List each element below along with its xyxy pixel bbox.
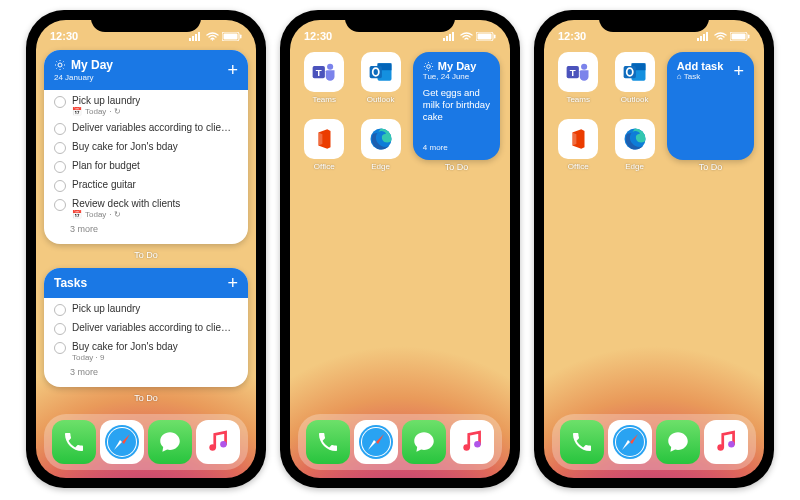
- svg-point-14: [220, 441, 227, 448]
- widget-caption: To Do: [413, 162, 500, 172]
- svg-point-47: [581, 64, 587, 70]
- svg-rect-21: [494, 34, 496, 38]
- checkbox-icon[interactable]: [54, 323, 66, 335]
- svg-rect-18: [452, 32, 454, 41]
- add-task-icon[interactable]: +: [227, 61, 238, 79]
- phone-mockup-small-widget-myday: 12:30 TTeams Outlook Office Edge: [280, 10, 520, 488]
- task-title: Plan for budget: [72, 160, 238, 171]
- task-item[interactable]: Buy cake for Jon's bday: [44, 138, 248, 157]
- task-item[interactable]: Pick up laundry: [44, 300, 248, 319]
- svg-rect-1: [192, 36, 194, 41]
- wifi-icon: [206, 32, 219, 41]
- safari-app-icon[interactable]: [100, 420, 144, 464]
- add-task-icon[interactable]: +: [227, 274, 238, 292]
- teams-app-icon[interactable]: T: [304, 52, 344, 92]
- widget-header: My Day 24 January +: [44, 50, 248, 90]
- task-item[interactable]: Buy cake for Jon's bdayToday · 9: [44, 338, 248, 365]
- battery-icon: [222, 32, 242, 41]
- checkbox-icon[interactable]: [54, 142, 66, 154]
- wifi-icon: [460, 32, 473, 41]
- checkbox-icon[interactable]: [54, 161, 66, 173]
- add-task-icon[interactable]: +: [733, 62, 744, 80]
- dock: [44, 414, 248, 470]
- checkbox-icon[interactable]: [54, 304, 66, 316]
- svg-point-36: [463, 444, 470, 451]
- teams-app-icon[interactable]: T: [558, 52, 598, 92]
- task-item[interactable]: Practice guitar: [44, 176, 248, 195]
- widget-subtitle: 24 January: [54, 73, 113, 82]
- signal-icon: [697, 32, 711, 41]
- checkbox-icon[interactable]: [54, 123, 66, 135]
- svg-rect-38: [697, 38, 699, 41]
- widget-caption: To Do: [667, 162, 754, 172]
- task-item[interactable]: Deliver variables according to clie…: [44, 319, 248, 338]
- widget-my-day-large[interactable]: My Day 24 January + Pick up laundry📅Toda…: [44, 50, 248, 244]
- battery-icon: [476, 32, 496, 41]
- office-app-icon[interactable]: [558, 119, 598, 159]
- messages-app-icon[interactable]: [402, 420, 446, 464]
- dock: [298, 414, 502, 470]
- svg-point-7: [58, 63, 62, 67]
- app-label: Office: [314, 162, 335, 171]
- svg-rect-16: [446, 36, 448, 41]
- music-app-icon[interactable]: [196, 420, 240, 464]
- phone-app-icon[interactable]: [306, 420, 350, 464]
- signal-icon: [189, 32, 203, 41]
- task-list: Pick up laundry Deliver variables accord…: [44, 298, 248, 387]
- phone-app-icon[interactable]: [52, 420, 96, 464]
- app-label: Teams: [312, 95, 336, 104]
- svg-rect-2: [195, 34, 197, 41]
- widget-caption: To Do: [44, 250, 248, 260]
- task-title: Pick up laundry: [72, 95, 140, 106]
- task-item[interactable]: Pick up laundry📅Today · ↻: [44, 92, 248, 119]
- checkbox-icon[interactable]: [54, 180, 66, 192]
- notch: [91, 10, 201, 32]
- widget-add-task-small[interactable]: Add task ⌂ Task +: [667, 52, 754, 160]
- task-item[interactable]: Deliver variables according to clie…: [44, 119, 248, 138]
- app-label: Outlook: [367, 95, 395, 104]
- edge-app-icon[interactable]: [361, 119, 401, 159]
- office-app-icon[interactable]: [304, 119, 344, 159]
- task-title: Review deck with clients: [72, 198, 180, 209]
- more-label[interactable]: 3 more: [44, 365, 248, 383]
- svg-rect-39: [700, 36, 702, 41]
- svg-text:T: T: [316, 67, 322, 78]
- home-icon: ⌂: [677, 72, 682, 81]
- music-app-icon[interactable]: [704, 420, 748, 464]
- checkbox-icon[interactable]: [54, 199, 66, 211]
- edge-app-icon[interactable]: [615, 119, 655, 159]
- checkbox-icon[interactable]: [54, 342, 66, 354]
- messages-app-icon[interactable]: [148, 420, 192, 464]
- sun-icon: [54, 59, 66, 71]
- outlook-app-icon[interactable]: [361, 52, 401, 92]
- safari-app-icon[interactable]: [354, 420, 398, 464]
- task-title: Deliver variables according to clie…: [72, 122, 238, 133]
- widget-title: Add task: [677, 60, 723, 72]
- svg-point-58: [717, 444, 724, 451]
- svg-rect-6: [240, 34, 242, 38]
- svg-point-30: [426, 64, 430, 68]
- widget-my-day-small[interactable]: My Day Tue, 24 June Get eggs and milk fo…: [413, 52, 500, 160]
- phone-app-icon[interactable]: [560, 420, 604, 464]
- task-list: Pick up laundry📅Today · ↻ Deliver variab…: [44, 90, 248, 244]
- svg-point-59: [728, 441, 735, 448]
- more-label[interactable]: 3 more: [44, 222, 248, 240]
- messages-app-icon[interactable]: [656, 420, 700, 464]
- svg-rect-40: [703, 34, 705, 41]
- safari-app-icon[interactable]: [608, 420, 652, 464]
- widget-title: My Day: [438, 60, 477, 72]
- svg-point-24: [327, 64, 333, 70]
- task-meta: Today · 9: [72, 353, 178, 362]
- task-title: Buy cake for Jon's bday: [72, 341, 178, 352]
- svg-point-13: [209, 444, 216, 451]
- outlook-app-icon[interactable]: [615, 52, 655, 92]
- widget-body: Get eggs and milk for birthday cake: [423, 87, 490, 123]
- svg-rect-0: [189, 38, 191, 41]
- checkbox-icon[interactable]: [54, 96, 66, 108]
- task-item[interactable]: Review deck with clients📅Today · ↻: [44, 195, 248, 222]
- music-app-icon[interactable]: [450, 420, 494, 464]
- svg-rect-20: [478, 33, 492, 39]
- task-item[interactable]: Plan for budget: [44, 157, 248, 176]
- widget-tasks-medium[interactable]: Tasks + Pick up laundry Deliver variable…: [44, 268, 248, 387]
- status-time: 12:30: [558, 30, 586, 42]
